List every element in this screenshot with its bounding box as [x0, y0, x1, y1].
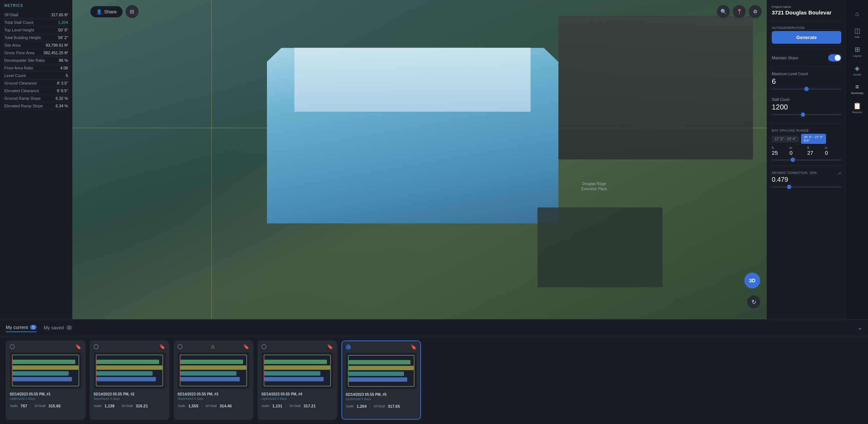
seismic-value: 0.479: [772, 176, 841, 184]
metric-label: Ground Clearance: [4, 81, 37, 85]
bay-range-right[interactable]: 25' 0" - 27' 0"8.5": [801, 134, 826, 144]
metrics-panel: METRICS SF/Stall317.65 ft²Total Stall Co…: [0, 0, 72, 319]
card-date: 02/14/2023 05:55 PM, #5: [342, 390, 420, 397]
card-bookmark-icon[interactable]: 🔖: [159, 344, 165, 350]
stall-count-field: Stall Count 1200: [772, 98, 841, 115]
stat-separator: |: [370, 404, 371, 409]
nav-site[interactable]: ◫ Site: [848, 24, 866, 41]
my-current-tab[interactable]: My current 5: [6, 323, 37, 332]
collapse-arrow-icon: ⌄: [858, 325, 862, 331]
stalls-value: 767: [21, 404, 27, 408]
stalls-label: Stalls: [94, 404, 102, 408]
sf-stall-value: 316.21: [136, 404, 148, 408]
nav-reports[interactable]: 📋 Reports: [848, 99, 866, 116]
expand-bottom-button[interactable]: ⌄: [858, 324, 862, 331]
bay-in2-value: 0: [825, 150, 841, 156]
seismic-slider-thumb[interactable]: [787, 185, 791, 189]
card-radio[interactable]: [10, 344, 15, 349]
layers-button[interactable]: ⊟: [125, 5, 139, 18]
nav-reports-label: Reports: [852, 111, 862, 114]
divider-4: [772, 123, 841, 124]
building-top: [294, 48, 531, 112]
card-radio[interactable]: [346, 344, 351, 350]
bay-dims: ft 25 in 0 ft 27 in 0: [772, 146, 841, 156]
card-radio[interactable]: [94, 344, 99, 349]
metric-value: 6.32 %: [56, 96, 68, 100]
share-button[interactable]: 👤 Share: [90, 6, 123, 17]
design-card[interactable]: 🔖02/14/2023 05:55 PM, #5Optimized 4 days…: [341, 341, 421, 420]
search-icon: 🔍: [720, 9, 727, 14]
stalls-value: 1,555: [188, 404, 199, 408]
card-bookmark-icon[interactable]: 🔖: [327, 344, 333, 350]
card-bookmark-icon[interactable]: 🔖: [243, 344, 249, 350]
metric-row: Gross Floor Area382,451.25 ft²: [4, 49, 68, 57]
card-desc: Optimized 2 days: [6, 397, 85, 402]
stat-separator: |: [30, 403, 31, 408]
design-card[interactable]: 🔖02/14/2023 05:55 PM, #2Maximized 3 days…: [90, 341, 169, 420]
my-saved-tab[interactable]: My saved 3: [44, 324, 72, 332]
bottom-header: My current 5 My saved 3 ⌄: [0, 320, 868, 336]
design-card[interactable]: 🔖02/14/2023 05:55 PM, #4Optimized 3 days…: [258, 341, 337, 420]
card-radio[interactable]: [178, 344, 183, 349]
stall-count-slider-track[interactable]: [772, 114, 841, 115]
bay-slider-thumb[interactable]: [791, 158, 795, 162]
thumb-bar: [13, 371, 69, 376]
metric-row: Elevated Ramp Slope6.34 %: [4, 102, 68, 110]
seismic-row: Seismic Condition, Sds ↗: [772, 171, 841, 176]
location-icon: 📍: [736, 9, 743, 14]
autogen-label: AUTOGENERATION: [772, 26, 841, 30]
thumb-bar: [349, 366, 414, 370]
thumb-bar: [97, 360, 159, 364]
card-bookmark-icon[interactable]: 🔖: [75, 344, 81, 350]
bay-in1-value: 0: [790, 150, 806, 156]
project-name-label: Project name: [772, 5, 841, 9]
location-button[interactable]: 📍: [733, 5, 746, 18]
stalls-value: 1,138: [105, 404, 115, 408]
generate-button[interactable]: Generate: [772, 31, 841, 44]
seismic-slider-track[interactable]: [772, 187, 841, 188]
refresh-button[interactable]: ↻: [747, 295, 760, 308]
stall-count-slider-thumb[interactable]: [801, 112, 805, 117]
nav-summary[interactable]: ≡ Summary: [848, 80, 866, 98]
card-stats: Stalls 1,204 | SF/Stall 317.65: [342, 402, 420, 412]
card-date: 02/14/2023 05:55 PM, #2: [90, 390, 169, 397]
bay-slider-track[interactable]: [772, 159, 841, 160]
design-card[interactable]: 🔖02/14/2023 05:55 PM, #1Optimized 2 days…: [6, 341, 85, 420]
search-map-button[interactable]: 🔍: [717, 5, 730, 18]
project-name-value: 3721 Douglas Boulevar: [772, 9, 841, 16]
card-top-row: 🔖: [90, 341, 169, 351]
metric-row: Total Stall Count1,204: [4, 19, 68, 26]
summary-icon: ≡: [855, 83, 859, 91]
card-top-row: 🔖: [342, 341, 420, 351]
seismic-label: Seismic Condition, Sds: [772, 171, 817, 175]
design-cards-row: 🔖02/14/2023 05:55 PM, #1Optimized 2 days…: [0, 336, 868, 424]
nav-home[interactable]: ⌂: [848, 5, 866, 22]
card-radio[interactable]: [261, 344, 267, 349]
thumb-bar: [13, 377, 72, 381]
bay-ft1-value: 25: [772, 150, 788, 156]
thumb-bar: [13, 365, 78, 370]
metric-row: Ground Ramp Slope6.32 %: [4, 95, 68, 102]
nav-model-label: Model: [853, 73, 861, 76]
thumb-bar: [264, 360, 327, 364]
3d-toggle-button[interactable]: 3D: [744, 273, 760, 288]
right-panel: Project name 3721 Douglas Boulevar AUTOG…: [767, 0, 846, 319]
max-level-slider-thumb[interactable]: [804, 87, 809, 91]
sf-stall-label: SF/Stall: [205, 404, 217, 408]
map-background: Douglas RidgeExecutive Plaza: [72, 0, 767, 319]
max-level-count-label: Maximum Level Count: [772, 72, 841, 76]
nav-model[interactable]: ◈ Model: [848, 61, 866, 79]
max-level-slider-track[interactable]: [772, 89, 841, 90]
nav-layout[interactable]: ⊞ Layout: [848, 43, 866, 60]
sf-stall-label: SF/Stall: [34, 404, 46, 408]
settings-map-button[interactable]: ⚙: [749, 5, 762, 18]
seismic-external-link[interactable]: ↗: [838, 171, 841, 176]
bay-range-left[interactable]: 17' 0" - 19' 4": [772, 136, 799, 142]
design-card[interactable]: ⚠🔖02/14/2023 05:55 PM, #3Maximized 4 day…: [174, 341, 253, 420]
maintain-slope-toggle[interactable]: [828, 54, 841, 61]
stall-count-value: 1200: [772, 103, 841, 111]
refresh-icon: ↻: [752, 299, 756, 305]
card-bookmark-icon[interactable]: 🔖: [410, 344, 417, 350]
map-area[interactable]: Douglas RidgeExecutive Plaza 👤 Share ⊟ 🔍…: [72, 0, 767, 319]
metrics-title: METRICS: [4, 4, 68, 8]
